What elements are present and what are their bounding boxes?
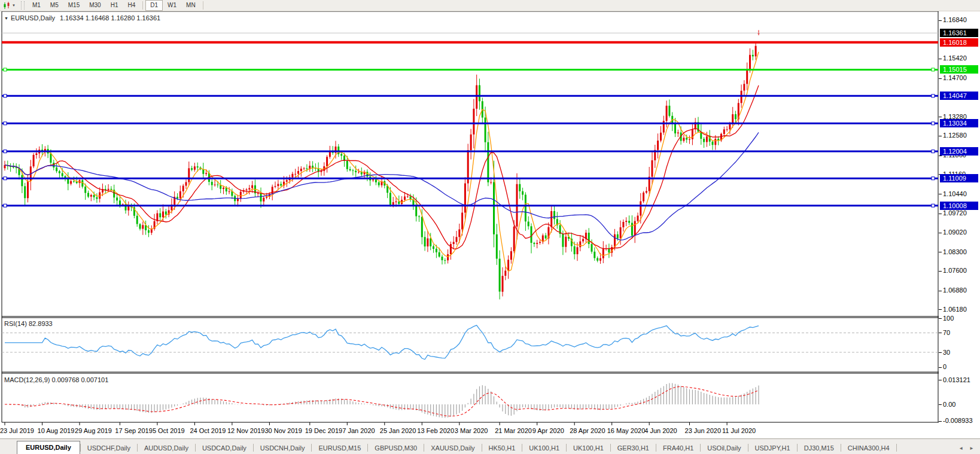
chart-tab-usoil-daily[interactable]: USOil,Daily [701, 442, 747, 454]
indicator-tick-label: 0.00 [943, 401, 955, 408]
moving-average-5 [5, 52, 759, 272]
rsi-line [5, 325, 759, 359]
chart-tab-uk100-h1[interactable]: UK100,H1 [522, 442, 566, 454]
price-tick-label: 1.16840 [943, 16, 967, 23]
indicator-tick-label: 100 [943, 315, 954, 322]
macd-name: MACD(12,26,9) [4, 376, 50, 383]
price-tick-mark [939, 291, 942, 291]
timeframe-button-m1[interactable]: M1 [28, 0, 45, 11]
line-handle[interactable] [932, 204, 935, 207]
timeframe-button-w1[interactable]: W1 [163, 0, 181, 11]
indicator-tick-label: 30 [943, 349, 950, 356]
line-handle[interactable] [4, 204, 7, 207]
line-handle[interactable] [932, 68, 935, 71]
tab-separator [896, 444, 897, 452]
price-tick-mark [939, 117, 942, 117]
toolbar-drag-handle[interactable] [21, 1, 25, 10]
chart-ohlc-quotes: 1.16334 1.16468 1.16280 1.16361 [60, 14, 160, 22]
hline-price-badge: 1.14047 [940, 92, 978, 100]
price-tick-mark [939, 78, 942, 79]
macd-histogram [5, 383, 759, 418]
chart-tab-hk50-h1[interactable]: HK50,H1 [482, 442, 522, 454]
chart-tab-xauusd-daily[interactable]: XAUUSD,Daily [424, 442, 481, 454]
price-tick-mark [939, 194, 942, 194]
price-tick-label: 1.06180 [943, 306, 967, 313]
line-handle[interactable] [4, 122, 7, 125]
price-tick-mark [939, 233, 942, 233]
price-tick-label: 1.15420 [943, 54, 967, 62]
price-tick-label: 1.06880 [943, 287, 967, 294]
chart-tab-dj30-m15[interactable]: DJ30,M15 [798, 442, 841, 454]
line-handle[interactable] [4, 177, 7, 180]
candlestick-chart[interactable] [0, 0, 980, 438]
timeframe-button-m5[interactable]: M5 [45, 0, 63, 11]
line-handle[interactable] [4, 68, 7, 71]
date-tick-label: 23 Jun 2020 [685, 427, 722, 434]
indicator-tick-mark [939, 318, 942, 319]
tab-scroll-left-icon[interactable]: ◄ [958, 446, 963, 451]
indicator-tick-mark [939, 352, 942, 353]
tab-scroll-right-icon[interactable]: ► [969, 446, 974, 451]
indicator-tick-mark [939, 380, 942, 380]
chart-tab-audusd-daily[interactable]: AUDUSD,Daily [138, 442, 195, 454]
indicator-tick-mark [939, 421, 942, 422]
chart-tab-usdcad-daily[interactable]: USDCAD,Daily [196, 442, 253, 454]
macd-signal-line [5, 386, 759, 416]
indicator-tick-label: 0.013121 [943, 376, 970, 383]
line-handle[interactable] [932, 177, 935, 180]
chart-tab-uk100-h1[interactable]: UK100,H1 [567, 442, 610, 454]
chart-tab-fra40-h1[interactable]: FRA40,H1 [656, 442, 700, 454]
date-tick-label: 16 May 2020 [607, 427, 646, 434]
price-tick-label: 1.07600 [943, 267, 967, 274]
date-tick-label: 25 Jan 2020 [380, 427, 416, 434]
price-tick-label: 1.10440 [943, 190, 967, 197]
rsi-panel [2, 325, 938, 359]
chart-tab-china300-h4[interactable]: CHINA300,H4 [841, 442, 896, 454]
rsi-name: RSI(14) [4, 320, 27, 327]
chart-tabs: EURUSD,DailyUSDCHF,DailyAUDUSD,DailyUSDC… [17, 441, 897, 454]
chart-tab-eurusd-m15[interactable]: EURUSD,M15 [312, 442, 367, 454]
hline-price-badge: 1.12004 [940, 147, 978, 156]
chart-symbol-label: EURUSD,Daily [11, 14, 55, 22]
macd-label: MACD(12,26,9) 0.009768 0.007101 [4, 376, 108, 383]
timeframe-button-m15[interactable]: M15 [63, 0, 84, 11]
chart-tab-usdchf-daily[interactable]: USDCHF,Daily [81, 442, 137, 454]
price-tick-label: 1.09720 [943, 209, 967, 217]
date-tick-label: 3 Mar 2020 [455, 427, 488, 434]
toolbar-separator [142, 1, 143, 10]
price-tick-label: 1.12580 [943, 132, 967, 139]
line-handle[interactable] [4, 150, 7, 153]
chart-menu-chevron-icon[interactable]: ▼ [4, 16, 8, 20]
timeframe-button-m30[interactable]: M30 [84, 0, 105, 11]
timeframe-button-d1[interactable]: D1 [145, 0, 163, 11]
timeframe-toolbar: ▼ M1M5M15M30H1H4D1W1MN [0, 0, 980, 11]
date-tick-label: 30 Nov 2019 [264, 427, 302, 434]
date-tick-label: 10 Aug 2019 [38, 427, 75, 434]
date-axis: 23 Jul 201910 Aug 201929 Aug 201917 Sep … [0, 426, 938, 438]
tab-scroll-nav: ◄ ► [958, 446, 974, 451]
price-tick-mark [939, 59, 942, 59]
date-tick-label: 5 Oct 2019 [153, 427, 185, 434]
timeframe-button-mn[interactable]: MN [181, 0, 200, 11]
line-handle[interactable] [932, 150, 935, 153]
chart-tab-eurusd-daily[interactable]: EURUSD,Daily [17, 441, 80, 454]
chart-tab-usdcnh-daily[interactable]: USDCNH,Daily [254, 442, 312, 454]
current-price-badge: 1.16361 [940, 29, 978, 37]
timeframe-button-h1[interactable]: H1 [106, 0, 123, 11]
chart-candles-icon[interactable] [2, 1, 11, 10]
chart-tab-gbpusd-m30[interactable]: GBPUSD,M30 [368, 442, 424, 454]
hline-price-badge: 1.16018 [940, 38, 978, 47]
chevron-down-icon[interactable]: ▼ [12, 4, 16, 7]
price-tick-mark [939, 20, 942, 21]
indicator-tick-mark [939, 404, 942, 405]
timeframe-button-h4[interactable]: H4 [123, 0, 140, 11]
price-axis: 1.168401.154201.147001.132801.125801.118… [939, 11, 980, 437]
date-tick-label: 13 Feb 2020 [417, 427, 454, 434]
macd-panel [5, 383, 759, 418]
line-handle[interactable] [932, 95, 935, 97]
line-handle[interactable] [932, 122, 935, 125]
price-tick-label: 1.09020 [943, 228, 967, 236]
chart-tab-usdjpy-h1[interactable]: USDJPY,H1 [748, 442, 797, 454]
line-handle[interactable] [4, 95, 7, 97]
chart-tab-ger30-h1[interactable]: GER30,H1 [611, 442, 656, 454]
